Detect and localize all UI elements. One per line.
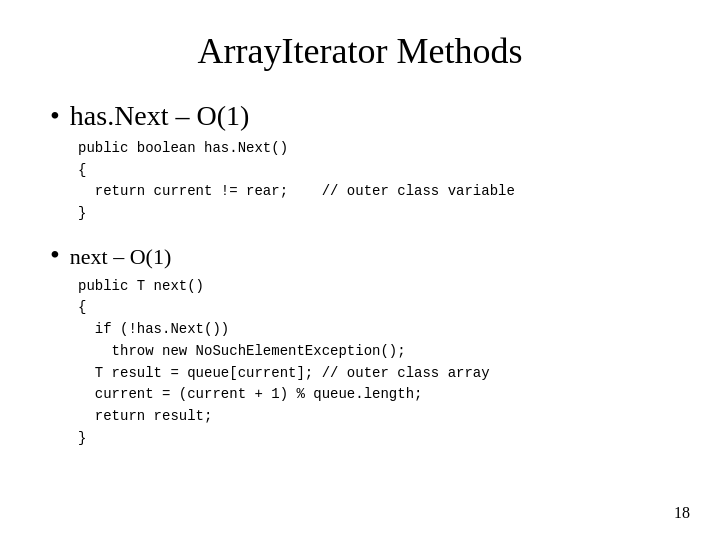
slide: ArrayIterator Methods • has.Next – O(1) … <box>0 0 720 540</box>
slide-title: ArrayIterator Methods <box>50 30 670 72</box>
hasnext-code: public boolean has.Next() { return curre… <box>78 138 670 225</box>
hasnext-title: has.Next – O(1) <box>70 100 250 132</box>
next-title: next – O(1) <box>70 244 171 270</box>
next-code: public T next() { if (!has.Next()) throw… <box>78 276 670 450</box>
hasnext-header: • has.Next – O(1) <box>50 100 670 132</box>
next-header: • next – O(1) <box>50 241 670 270</box>
bullet-dot-1: • <box>50 102 60 130</box>
section-hasnext: • has.Next – O(1) public boolean has.Nex… <box>50 100 670 225</box>
section-next: • next – O(1) public T next() { if (!has… <box>50 241 670 450</box>
page-number: 18 <box>674 504 690 522</box>
bullet-dot-2: • <box>50 241 60 269</box>
